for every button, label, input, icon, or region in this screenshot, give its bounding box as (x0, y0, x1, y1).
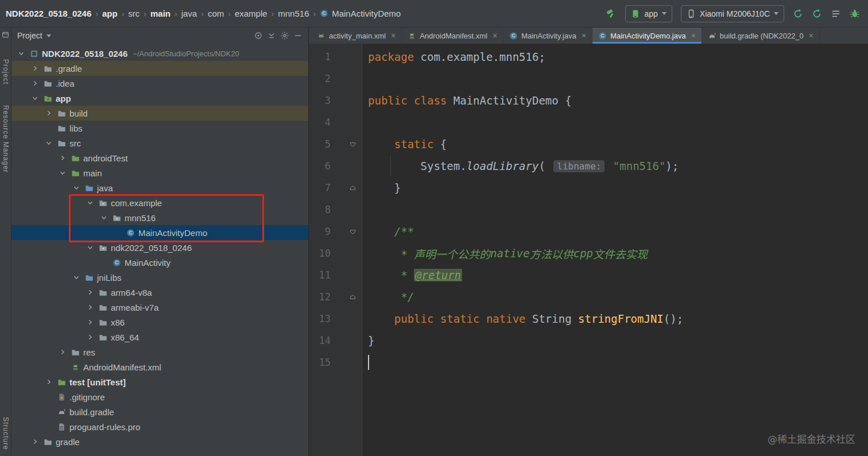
hide-panel-icon[interactable] (293, 31, 303, 40)
gutter-line-8[interactable]: 8 (309, 199, 362, 221)
code-line-1[interactable]: package com.example.mnn516; (368, 46, 868, 68)
tree-item-app[interactable]: app (11, 91, 308, 106)
chevron-down-icon[interactable] (70, 184, 83, 192)
chevron-right-icon[interactable] (29, 438, 41, 446)
tree-item-mnn516[interactable]: mnn516 (11, 210, 308, 225)
tree-item-androidtest[interactable]: androidTest (11, 150, 308, 165)
chevron-right-icon[interactable] (42, 378, 55, 386)
build-hammer-icon[interactable] (605, 8, 617, 20)
chevron-down-icon[interactable] (46, 34, 51, 37)
stripe-structure-button[interactable]: Structure (2, 417, 10, 450)
fold-marker-icon[interactable] (348, 293, 357, 301)
gutter-line-2[interactable]: 2 (309, 68, 362, 90)
chevron-down-icon[interactable] (98, 214, 110, 222)
gutter-line-7[interactable]: 7 (309, 177, 362, 199)
breadcrumb-item-ndk2022-0518-0246[interactable]: NDK2022_0518_0246 (6, 9, 91, 18)
chevron-down-icon[interactable] (84, 244, 96, 252)
tree-item-gradle[interactable]: gradle (11, 434, 308, 449)
close-tab-icon[interactable]: × (391, 31, 396, 40)
collapse-all-icon[interactable] (267, 31, 276, 40)
tree-item-proguard-rules-pro[interactable]: proguard-rules.pro (11, 419, 308, 434)
tree-item-armeabi-v7a[interactable]: armeabi-v7a (11, 300, 308, 315)
tree-item-build[interactable]: build (11, 106, 308, 121)
gutter-line-6[interactable]: 6 (309, 155, 362, 177)
tree-item-ndk2022-0518-0246[interactable]: NDK2022_0518_0246~/AndroidStudioProjects… (11, 46, 308, 61)
tree-item-x86-64[interactable]: x86_64 (11, 330, 308, 345)
chevron-down-icon[interactable] (29, 94, 41, 102)
gutter-line-9[interactable]: 9 (309, 221, 362, 242)
editor-tab-activity-main-xml[interactable]: activity_main.xml× (311, 28, 402, 44)
chevron-right-icon[interactable] (42, 109, 55, 117)
gear-icon[interactable] (280, 31, 289, 40)
gutter-line-1[interactable]: 1 (309, 46, 362, 68)
breadcrumb-item-mainactivitydemo[interactable]: CMainActivityDemo (320, 9, 401, 18)
tree-item-idea[interactable]: .idea (11, 76, 308, 91)
chevron-down-icon[interactable] (84, 199, 96, 207)
chevron-right-icon[interactable] (56, 348, 69, 356)
gutter-line-12[interactable]: 12 (309, 286, 362, 308)
sync-project-icon[interactable] (793, 9, 803, 19)
tree-item-androidmanifest-xml[interactable]: AndroidManifest.xml (11, 360, 308, 374)
chevron-right-icon[interactable] (29, 64, 41, 72)
tree-item-ndk2022-0518-0246[interactable]: ndk2022_0518_0246 (11, 240, 308, 255)
code-line-14[interactable]: } (368, 330, 868, 351)
code-line-11[interactable]: * @return (368, 264, 868, 286)
gutter-line-10[interactable]: 10 (309, 242, 362, 264)
tree-item-main[interactable]: main (11, 165, 308, 180)
tree-item-gitignore[interactable]: .gitignore (11, 389, 308, 404)
gutter-line-3[interactable]: 3 (309, 90, 362, 111)
tree-item-gradle[interactable]: .gradle (11, 61, 308, 76)
editor-gutter[interactable]: 123456789101112131415 (309, 44, 362, 456)
code-line-13[interactable]: public static native String stringFromJN… (368, 308, 868, 330)
chevron-right-icon[interactable] (84, 288, 96, 296)
code-line-5[interactable]: static { (368, 133, 868, 155)
fold-marker-icon[interactable] (348, 141, 357, 148)
logcat-icon[interactable] (831, 9, 841, 19)
fold-marker-icon[interactable] (348, 184, 357, 192)
code-line-10[interactable]: * 声明一个公共的native方法以供cpp文件去实现 (368, 242, 868, 264)
breadcrumb-item-app[interactable]: app (102, 9, 118, 18)
gutter-line-11[interactable]: 11 (309, 264, 362, 286)
gutter-line-14[interactable]: 14 (309, 330, 362, 351)
code-line-4[interactable] (368, 111, 868, 133)
attach-debugger-icon[interactable] (812, 9, 822, 19)
code-editor[interactable]: 123456789101112131415 package com.exampl… (309, 44, 868, 456)
tree-item-mainactivitydemo[interactable]: CMainActivityDemo (11, 225, 308, 240)
breadcrumb-item-com[interactable]: com (208, 9, 224, 18)
tree-item-arm64-v8a[interactable]: arm64-v8a (11, 285, 308, 300)
run-config-selector[interactable]: app (625, 5, 672, 22)
code-line-6[interactable]: System.loadLibrary( libname: "mnn516"); (368, 155, 868, 177)
tree-item-libs[interactable]: libs (11, 121, 308, 136)
breadcrumb-item-java[interactable]: java (181, 9, 197, 18)
editor-tab-androidmanifest-xml[interactable]: AndroidManifest.xml× (402, 28, 503, 44)
chevron-right-icon[interactable] (84, 318, 96, 326)
chevron-down-icon[interactable] (15, 49, 28, 57)
tree-item-java[interactable]: java (11, 180, 308, 195)
code-line-2[interactable] (368, 68, 868, 90)
tree-item-res[interactable]: res (11, 345, 308, 360)
tree-item-build-gradle[interactable]: build.gradle (11, 404, 308, 419)
close-tab-icon[interactable]: × (582, 31, 586, 40)
gutter-line-5[interactable]: 5 (309, 133, 362, 155)
fold-marker-icon[interactable] (348, 228, 357, 235)
tree-item-jnilibs[interactable]: jniLibs (11, 270, 308, 285)
breadcrumb-item-main[interactable]: main (150, 9, 170, 18)
close-tab-icon[interactable]: × (809, 31, 813, 40)
project-panel-title[interactable]: Project (17, 31, 42, 40)
chevron-down-icon[interactable] (70, 273, 83, 281)
chevron-right-icon[interactable] (29, 79, 41, 87)
close-tab-icon[interactable]: × (493, 31, 497, 40)
stripe-project-button[interactable]: Project (2, 59, 10, 84)
chevron-right-icon[interactable] (56, 154, 69, 162)
tree-item-test-unittest[interactable]: test [unitTest] (11, 374, 308, 389)
tree-item-x86[interactable]: x86 (11, 315, 308, 330)
tree-item-mainactivity[interactable]: CMainActivity (11, 255, 308, 270)
gutter-line-15[interactable]: 15 (309, 351, 362, 373)
stripe-resource-manager-button[interactable]: Resource Manager (2, 105, 10, 173)
breadcrumb-item-example[interactable]: example (235, 9, 268, 18)
tree-item-src[interactable]: src (11, 136, 308, 150)
breadcrumb-item-src[interactable]: src (128, 9, 140, 18)
editor-tab-build-gradle-ndk2022-0[interactable]: build.gradle (NDK2022_0× (702, 28, 820, 44)
profiler-bug-icon[interactable] (850, 9, 860, 19)
device-selector[interactable]: Xiaomi M2006J10C (681, 5, 784, 22)
